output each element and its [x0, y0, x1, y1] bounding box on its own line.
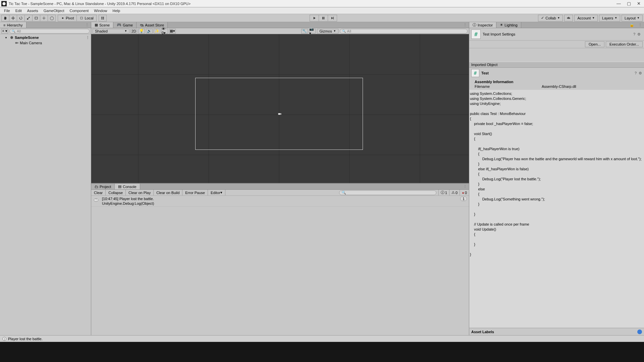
log-line-1: [10:47:45] Player lost the battle.	[102, 196, 460, 201]
gear-icon[interactable]: ⚙	[639, 71, 642, 75]
fx-toggle[interactable]: ✨	[154, 29, 160, 34]
svg-marker-17	[17, 42, 18, 44]
menu-gameobject[interactable]: GameObject	[41, 8, 67, 13]
hierarchy-item-main-camera[interactable]: Main Camera	[0, 40, 91, 46]
create-dropdown[interactable]: + ▾	[1, 29, 8, 34]
shading-mode-dropdown[interactable]: Shaded▼	[93, 29, 129, 34]
info-icon: ⓘ	[441, 190, 444, 195]
editor-dropdown[interactable]: Editor ▾	[208, 190, 225, 195]
open-button[interactable]: Open...	[585, 41, 604, 47]
lighting-tab[interactable]: ☀ Lighting	[496, 22, 521, 28]
layers-dropdown[interactable]: Layers▼	[599, 15, 620, 21]
console-log-list: ! [10:47:45] Player lost the battle. Uni…	[91, 196, 469, 335]
tools-toggle[interactable]: 🔧	[301, 29, 308, 34]
console-tab[interactable]: ▤ Console	[115, 184, 140, 189]
console-search[interactable]: 🔍	[339, 190, 436, 195]
play-button[interactable]	[310, 15, 319, 21]
menu-help[interactable]: Help	[110, 8, 123, 13]
svg-rect-1	[27, 18, 29, 19]
move-tool[interactable]	[9, 15, 17, 21]
hand-tool[interactable]	[1, 15, 9, 21]
lock-icon[interactable]: 🔒	[628, 22, 636, 28]
svg-rect-6	[101, 17, 102, 18]
status-message: Player lost the battle.	[8, 337, 43, 341]
scene-tab[interactable]: ▦ Scene	[91, 22, 113, 28]
panel-menu-icon[interactable]: ⋮	[83, 22, 91, 28]
menu-component[interactable]: Component	[67, 8, 91, 13]
help-icon[interactable]: ?	[635, 71, 637, 75]
close-button[interactable]: ✕	[637, 1, 641, 6]
console-panel-menu-icon[interactable]: ⋮	[461, 184, 469, 189]
search-icon: 🔍	[341, 190, 346, 195]
inspector-tab[interactable]: ⓘ Inspector	[469, 22, 496, 28]
svg-rect-7	[103, 17, 104, 18]
2d-toggle[interactable]: 2D	[130, 29, 137, 34]
hidden-toggle[interactable]: 👁0▾	[161, 29, 168, 34]
asset-label-menu-icon[interactable]	[637, 329, 642, 334]
game-tab[interactable]: 🎮 Game	[113, 22, 137, 28]
taskbar-area	[0, 342, 644, 362]
unity-scene-icon	[10, 36, 14, 40]
lighting-toggle[interactable]: 💡	[138, 29, 145, 34]
scene-menu-icon[interactable]: ⋮	[86, 36, 91, 40]
scene-row[interactable]: ▾ SampleScene ⋮	[0, 35, 91, 40]
warn-count-toggle[interactable]: ⚠0	[449, 190, 460, 195]
error-pause-toggle[interactable]: Error Pause	[182, 190, 208, 195]
help-icon[interactable]: ?	[633, 32, 635, 36]
menu-edit[interactable]: Edit	[13, 8, 24, 13]
menu-file[interactable]: File	[1, 8, 13, 13]
cloud-button[interactable]	[564, 15, 573, 21]
svg-rect-9	[103, 18, 104, 19]
minimize-button[interactable]: —	[616, 1, 621, 6]
camera-toggle[interactable]: 📷▾	[309, 29, 316, 34]
step-button[interactable]	[328, 15, 337, 21]
window-titlebar: Tic Tac Toe - SampleScene - PC, Mac & Li…	[0, 0, 644, 7]
pivot-toggle[interactable]: Pivot	[58, 15, 77, 21]
snap-toggle[interactable]	[99, 15, 107, 21]
error-icon: ●	[462, 191, 464, 195]
grid-dropdown[interactable]: ▦▾	[169, 29, 176, 34]
hierarchy-search[interactable]: 🔍 All	[9, 29, 90, 34]
hierarchy-icon: ≡	[3, 23, 5, 27]
rotate-tool[interactable]	[17, 15, 25, 21]
collapse-toggle[interactable]: Collapse	[106, 190, 126, 195]
info-count-toggle[interactable]: ⓘ1	[438, 190, 449, 195]
scene-panel-menu-icon[interactable]: ⋮	[461, 22, 469, 28]
log-collapse-count: 1	[460, 196, 467, 201]
menu-assets[interactable]: Assets	[24, 8, 41, 13]
transform-tool[interactable]	[40, 15, 48, 21]
clear-on-build-toggle[interactable]: Clear on Build	[154, 190, 182, 195]
csharp-script-icon: #	[471, 69, 479, 77]
gear-icon[interactable]: ⚙	[637, 32, 642, 37]
console-log-entry[interactable]: ! [10:47:45] Player lost the battle. Uni…	[91, 196, 469, 207]
rect-tool[interactable]	[32, 15, 40, 21]
hierarchy-tab[interactable]: ≡ Hierarchy	[0, 22, 26, 28]
filename-value: Assembly-CSharp.dll	[542, 84, 576, 88]
csharp-script-icon: #	[471, 29, 481, 39]
status-bar: ! Player lost the battle.	[0, 335, 644, 342]
menu-window[interactable]: Window	[91, 8, 110, 13]
imported-object-header: Imported Object	[469, 62, 644, 68]
camera-gizmo-icon	[278, 112, 282, 116]
custom-tool[interactable]	[48, 15, 56, 21]
scene-search[interactable]: 🔍All	[340, 29, 468, 34]
account-dropdown[interactable]: Account▼	[574, 15, 598, 21]
execution-order-button[interactable]: Execution Order...	[606, 41, 643, 47]
layout-dropdown[interactable]: Layout▼	[622, 15, 643, 21]
collab-dropdown[interactable]: ✓ Collab▼	[538, 15, 563, 21]
scene-view[interactable]	[91, 34, 469, 183]
store-icon: 🛍	[140, 23, 144, 27]
local-toggle[interactable]: Local	[76, 15, 96, 21]
inspector-panel-menu-icon[interactable]: ⋮	[636, 22, 644, 28]
maximize-button[interactable]: ▢	[627, 1, 631, 6]
clear-on-play-toggle[interactable]: Clear on Play	[126, 190, 154, 195]
gizmos-dropdown[interactable]: Gizmos▼	[317, 29, 338, 34]
audio-toggle[interactable]: 🔊	[146, 29, 153, 34]
svg-rect-14	[333, 17, 334, 19]
pause-button[interactable]	[319, 15, 328, 21]
clear-button[interactable]: Clear	[91, 190, 106, 195]
scale-tool[interactable]	[24, 15, 33, 21]
project-tab[interactable]: 🗀 Project	[91, 184, 115, 189]
error-count-toggle[interactable]: ●0	[460, 190, 469, 195]
foldout-icon[interactable]: ▾	[5, 36, 9, 39]
